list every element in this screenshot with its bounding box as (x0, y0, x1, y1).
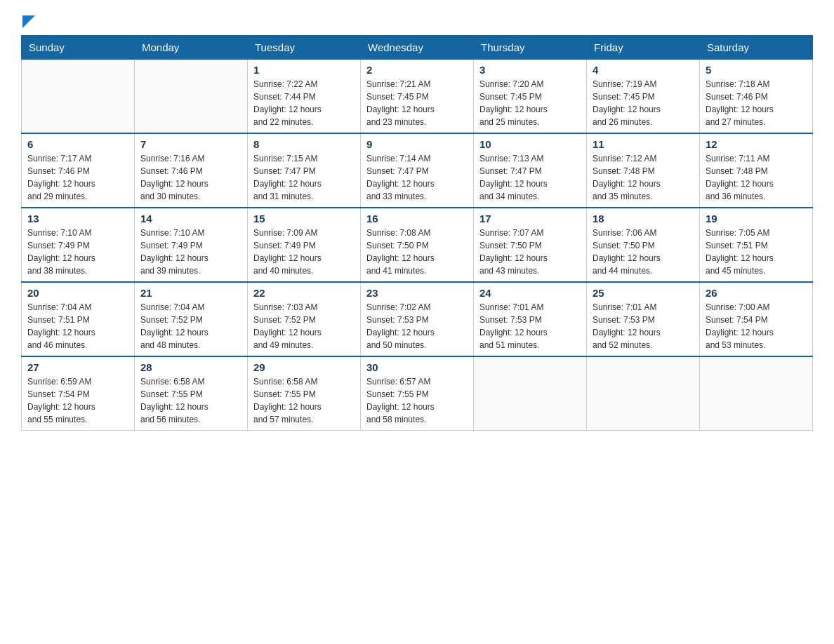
calendar-day-cell: 30Sunrise: 6:57 AM Sunset: 7:55 PM Dayli… (361, 356, 474, 431)
calendar-day-cell: 11Sunrise: 7:12 AM Sunset: 7:48 PM Dayli… (587, 133, 700, 208)
logo (21, 14, 35, 28)
day-number: 16 (366, 213, 468, 224)
calendar-day-cell: 26Sunrise: 7:00 AM Sunset: 7:54 PM Dayli… (700, 282, 813, 356)
calendar-day-header: Thursday (474, 36, 587, 60)
calendar-day-cell: 27Sunrise: 6:59 AM Sunset: 7:54 PM Dayli… (22, 356, 135, 431)
calendar-day-cell: 21Sunrise: 7:04 AM Sunset: 7:52 PM Dayli… (135, 282, 248, 356)
day-number: 20 (27, 287, 128, 299)
day-info: Sunrise: 6:58 AM Sunset: 7:55 PM Dayligh… (140, 375, 241, 426)
calendar-day-cell: 28Sunrise: 6:58 AM Sunset: 7:55 PM Dayli… (135, 356, 248, 431)
calendar-day-cell: 4Sunrise: 7:19 AM Sunset: 7:45 PM Daylig… (587, 60, 700, 134)
calendar-table: SundayMondayTuesdayWednesdayThursdayFrid… (21, 35, 813, 431)
day-info: Sunrise: 7:04 AM Sunset: 7:52 PM Dayligh… (140, 301, 241, 351)
day-info: Sunrise: 7:05 AM Sunset: 7:51 PM Dayligh… (706, 227, 807, 277)
calendar-day-cell: 20Sunrise: 7:04 AM Sunset: 7:51 PM Dayli… (22, 282, 135, 356)
calendar-day-cell: 15Sunrise: 7:09 AM Sunset: 7:49 PM Dayli… (248, 208, 361, 282)
day-info: Sunrise: 7:14 AM Sunset: 7:47 PM Dayligh… (366, 152, 468, 203)
calendar-day-cell: 29Sunrise: 6:58 AM Sunset: 7:55 PM Dayli… (248, 356, 361, 431)
calendar-day-header: Wednesday (361, 36, 474, 60)
day-number: 11 (593, 138, 694, 150)
day-number: 23 (366, 287, 468, 299)
calendar-week-row: 6Sunrise: 7:17 AM Sunset: 7:46 PM Daylig… (22, 133, 813, 208)
calendar-day-cell: 8Sunrise: 7:15 AM Sunset: 7:47 PM Daylig… (248, 133, 361, 208)
calendar-day-cell: 2Sunrise: 7:21 AM Sunset: 7:45 PM Daylig… (361, 60, 474, 134)
calendar-week-row: 1Sunrise: 7:22 AM Sunset: 7:44 PM Daylig… (22, 60, 813, 134)
day-info: Sunrise: 7:09 AM Sunset: 7:49 PM Dayligh… (253, 227, 355, 277)
calendar-day-cell: 23Sunrise: 7:02 AM Sunset: 7:53 PM Dayli… (361, 282, 474, 356)
calendar-day-header: Tuesday (248, 36, 361, 60)
day-info: Sunrise: 7:01 AM Sunset: 7:53 PM Dayligh… (479, 301, 581, 351)
day-info: Sunrise: 6:57 AM Sunset: 7:55 PM Dayligh… (366, 375, 468, 426)
day-info: Sunrise: 7:08 AM Sunset: 7:50 PM Dayligh… (366, 227, 468, 277)
calendar-day-cell (135, 60, 248, 134)
day-number: 1 (253, 64, 355, 76)
day-info: Sunrise: 7:10 AM Sunset: 7:49 PM Dayligh… (27, 227, 128, 277)
day-number: 25 (593, 287, 694, 299)
day-info: Sunrise: 7:20 AM Sunset: 7:45 PM Dayligh… (479, 78, 581, 128)
day-info: Sunrise: 7:16 AM Sunset: 7:46 PM Dayligh… (140, 152, 241, 203)
day-number: 7 (140, 138, 241, 150)
calendar-day-cell: 5Sunrise: 7:18 AM Sunset: 7:46 PM Daylig… (700, 60, 813, 134)
day-info: Sunrise: 7:21 AM Sunset: 7:45 PM Dayligh… (366, 78, 468, 128)
day-number: 28 (140, 361, 241, 373)
day-number: 13 (27, 213, 128, 224)
calendar-day-header: Monday (135, 36, 248, 60)
day-number: 19 (706, 213, 807, 224)
calendar-day-cell: 18Sunrise: 7:06 AM Sunset: 7:50 PM Dayli… (587, 208, 700, 282)
calendar-day-cell: 7Sunrise: 7:16 AM Sunset: 7:46 PM Daylig… (135, 133, 248, 208)
day-number: 24 (479, 287, 581, 299)
day-number: 4 (593, 64, 694, 76)
calendar-day-cell: 17Sunrise: 7:07 AM Sunset: 7:50 PM Dayli… (474, 208, 587, 282)
day-number: 3 (479, 64, 581, 76)
calendar-day-cell: 25Sunrise: 7:01 AM Sunset: 7:53 PM Dayli… (587, 282, 700, 356)
day-info: Sunrise: 7:07 AM Sunset: 7:50 PM Dayligh… (479, 227, 581, 277)
calendar-day-cell: 12Sunrise: 7:11 AM Sunset: 7:48 PM Dayli… (700, 133, 813, 208)
day-number: 29 (253, 361, 355, 373)
day-info: Sunrise: 7:00 AM Sunset: 7:54 PM Dayligh… (706, 301, 807, 351)
day-number: 17 (479, 213, 581, 224)
calendar-day-cell: 1Sunrise: 7:22 AM Sunset: 7:44 PM Daylig… (248, 60, 361, 134)
day-number: 8 (253, 138, 355, 150)
day-number: 12 (706, 138, 807, 150)
day-number: 15 (253, 213, 355, 224)
calendar-day-cell: 3Sunrise: 7:20 AM Sunset: 7:45 PM Daylig… (474, 60, 587, 134)
day-info: Sunrise: 7:22 AM Sunset: 7:44 PM Dayligh… (253, 78, 355, 128)
day-number: 2 (366, 64, 468, 76)
day-number: 18 (593, 213, 694, 224)
calendar-day-header: Friday (587, 36, 700, 60)
day-number: 26 (706, 287, 807, 299)
day-info: Sunrise: 7:12 AM Sunset: 7:48 PM Dayligh… (593, 152, 694, 203)
svg-marker-0 (22, 15, 35, 28)
calendar-day-cell: 19Sunrise: 7:05 AM Sunset: 7:51 PM Dayli… (700, 208, 813, 282)
day-info: Sunrise: 7:15 AM Sunset: 7:47 PM Dayligh… (253, 152, 355, 203)
day-info: Sunrise: 7:03 AM Sunset: 7:52 PM Dayligh… (253, 301, 355, 351)
day-number: 10 (479, 138, 581, 150)
calendar-day-cell: 22Sunrise: 7:03 AM Sunset: 7:52 PM Dayli… (248, 282, 361, 356)
calendar-day-cell: 10Sunrise: 7:13 AM Sunset: 7:47 PM Dayli… (474, 133, 587, 208)
calendar-day-cell: 13Sunrise: 7:10 AM Sunset: 7:49 PM Dayli… (22, 208, 135, 282)
day-number: 14 (140, 213, 241, 224)
day-info: Sunrise: 6:58 AM Sunset: 7:55 PM Dayligh… (253, 375, 355, 426)
day-number: 21 (140, 287, 241, 299)
day-number: 27 (27, 361, 128, 373)
day-info: Sunrise: 7:19 AM Sunset: 7:45 PM Dayligh… (593, 78, 694, 128)
day-info: Sunrise: 7:04 AM Sunset: 7:51 PM Dayligh… (27, 301, 128, 351)
day-info: Sunrise: 7:13 AM Sunset: 7:47 PM Dayligh… (479, 152, 581, 203)
calendar-day-cell: 16Sunrise: 7:08 AM Sunset: 7:50 PM Dayli… (361, 208, 474, 282)
calendar-day-cell: 6Sunrise: 7:17 AM Sunset: 7:46 PM Daylig… (22, 133, 135, 208)
day-number: 6 (27, 138, 128, 150)
day-info: Sunrise: 6:59 AM Sunset: 7:54 PM Dayligh… (27, 375, 128, 426)
calendar-day-cell (700, 356, 813, 431)
calendar-day-cell (22, 60, 135, 134)
calendar-day-cell (587, 356, 700, 431)
calendar-week-row: 27Sunrise: 6:59 AM Sunset: 7:54 PM Dayli… (22, 356, 813, 431)
calendar-day-cell: 24Sunrise: 7:01 AM Sunset: 7:53 PM Dayli… (474, 282, 587, 356)
calendar-day-cell: 9Sunrise: 7:14 AM Sunset: 7:47 PM Daylig… (361, 133, 474, 208)
calendar-day-header: Sunday (22, 36, 135, 60)
calendar-header-row: SundayMondayTuesdayWednesdayThursdayFrid… (22, 36, 813, 60)
day-number: 5 (706, 64, 807, 76)
calendar-day-header: Saturday (700, 36, 813, 60)
calendar-week-row: 13Sunrise: 7:10 AM Sunset: 7:49 PM Dayli… (22, 208, 813, 282)
day-info: Sunrise: 7:06 AM Sunset: 7:50 PM Dayligh… (593, 227, 694, 277)
calendar-day-cell: 14Sunrise: 7:10 AM Sunset: 7:49 PM Dayli… (135, 208, 248, 282)
